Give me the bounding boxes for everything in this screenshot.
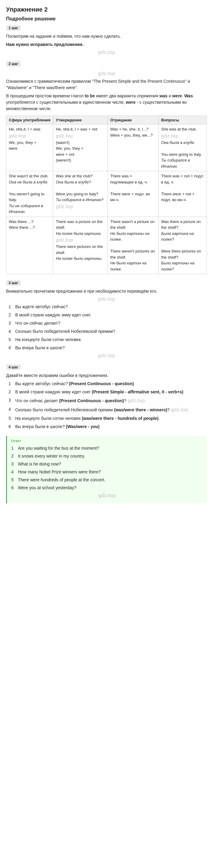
table-cell-0-2: Was + he, she, it, I...? Were + you, the… (108, 124, 158, 171)
watermark-1: gdz.top (6, 50, 207, 55)
table-header-1: Утверждение (53, 116, 108, 124)
table-row: He, she,it, I + was gdz.top We, you, the… (6, 124, 207, 171)
watermark-inline4: gdz.top (56, 203, 73, 210)
table-cell-1-2: There was + подлежащее в ед. ч. There we… (108, 171, 158, 217)
watermark-2: gdz.top (6, 71, 207, 76)
table-cell-2-2: There wasn't a picture on the shelf. Не … (108, 217, 158, 274)
table-cell-1-3: There was + not + подл. в ед. ч. There w… (158, 171, 207, 217)
table-cell-0-1: He, she,it, I + was + not gdz.top (wasn'… (53, 124, 108, 171)
table-cell-2-0: Was there ...? Were there ...? (6, 217, 53, 274)
step-1-text: Посмотрим на задание и поймем, что нам н… (6, 33, 207, 39)
step-2-text: Ознакомимся с грамматическим правилом "T… (6, 78, 207, 91)
list-item: 4 Сколько было победителей Нобелевской п… (8, 406, 207, 413)
step-2: 2 шаг gdz.top Ознакомимся с грамматическ… (6, 61, 207, 274)
step-2-sub: В прошедшем простом времени глагол to be… (6, 93, 207, 112)
step-4: 4 шаг Давайте вместе исправим ошибки в п… (6, 365, 207, 430)
watermark-inline7: gdz.top (171, 406, 188, 413)
step-2-badge: 2 шаг (6, 61, 21, 67)
table-header-2: Отрицание (108, 116, 158, 124)
table-cell-0-0: He, she,it, I + was gdz.top We, you, the… (6, 124, 53, 171)
table-cell-2-1: There was a picture on the shelf. На пол… (53, 217, 108, 274)
table-cell-2-3: Was there a picture on the shelf? Была к… (158, 217, 207, 274)
answer-item: 3 What is he doing now? (11, 461, 203, 467)
table-cell-1-0: She wasn't at the club. Она не была в кл… (6, 171, 53, 217)
list-item: 3Что он сейчас делает? (8, 320, 207, 327)
table-row: She wasn't at the club. Она не была в кл… (6, 171, 207, 217)
watermark-inline3: gdz.top (161, 132, 179, 140)
watermark-inline5: gdz.top (56, 237, 73, 244)
list-item: 6Вы вчера были в школе? (8, 345, 207, 351)
list-item: 6 Вы вчера были в школе? (Was/were - you… (8, 424, 207, 430)
answer-label: Ответ (11, 439, 203, 443)
page-container: Упражнение 2 Подробное решение 1 шаг Пос… (6, 6, 207, 503)
answer-item: 2 It snows every winter in my country. (11, 453, 203, 459)
page-title: Упражнение 2 (6, 6, 207, 13)
table-cell-0-3: She was at the club. gdz.top Она была в … (158, 124, 207, 171)
answer-block: Ответ 1 Are you waiting for the bus at t… (6, 436, 207, 503)
watermark-5: gdz.top (11, 493, 203, 498)
list-item: 1Вы ждете автобус сейчас? (8, 304, 207, 310)
watermark-inline: gdz.top (9, 132, 26, 140)
answer-item: 5 There were hundreds of people at the c… (11, 477, 203, 483)
step-1-badge: 1 шаг (6, 25, 21, 31)
list-item: 2 В моей стране каждую зиму идет снег (P… (8, 389, 207, 395)
table-row: Was there ...? Were there ...? There was… (6, 217, 207, 274)
step-4-text: Давайте вместе исправим ошибки в предлож… (6, 372, 207, 379)
list-item: 5 На концерте были сотни человек (was/we… (8, 415, 207, 422)
table-header-3: Вопросы (158, 116, 207, 124)
watermark-4: gdz.top (6, 353, 207, 359)
list-item: 5На концерте были сотни человек. (8, 337, 207, 343)
answer-list: 1 Are you waiting for the bus at the mom… (11, 445, 203, 491)
step-3-badge: 3 шаг (6, 280, 21, 286)
list-item: 3 Что он сейчас делает (Present Continuo… (8, 397, 207, 404)
step-3: 3 шаг Внимательно прочитаем предложения … (6, 280, 207, 359)
step-3-list: 1Вы ждете автобус сейчас? 2В моей стране… (8, 304, 207, 351)
table-cell-1-1: Was she at the club? Она была в клубе? W… (53, 171, 108, 217)
watermark-3: gdz.top (6, 296, 207, 302)
step-4-list: 1 Вы ждете автобус сейчас? (Present Cont… (8, 381, 207, 430)
list-item: 4Сколько было победителей Нобелевской пр… (8, 328, 207, 335)
answer-item: 4 How many Nobel Prize winners were ther… (11, 469, 203, 475)
watermark-inline2: gdz.top (56, 132, 73, 140)
list-item: 1 Вы ждете автобус сейчас? (Present Cont… (8, 381, 207, 387)
step-1-bold: Нам нужно исправить предложения. (6, 41, 207, 48)
grammar-table: Сфера употребления Утверждение Отрицание… (6, 116, 207, 274)
answer-item: 6 Were you at school yesterday? (11, 485, 203, 491)
watermark-inline6: gdz.top (127, 397, 145, 404)
step-4-badge: 4 шаг (6, 365, 21, 370)
step-3-text: Внимательно прочитаем предложения и при … (6, 288, 207, 294)
section-title: Подробное решение (6, 16, 207, 22)
list-item: 2В моей стране каждую зиму идет снег. (8, 312, 207, 318)
table-header-0: Сфера употребления (6, 116, 53, 124)
answer-item: 1 Are you waiting for the bus at the mom… (11, 445, 203, 452)
step-1: 1 шаг Посмотрим на задание и поймем, что… (6, 25, 207, 55)
